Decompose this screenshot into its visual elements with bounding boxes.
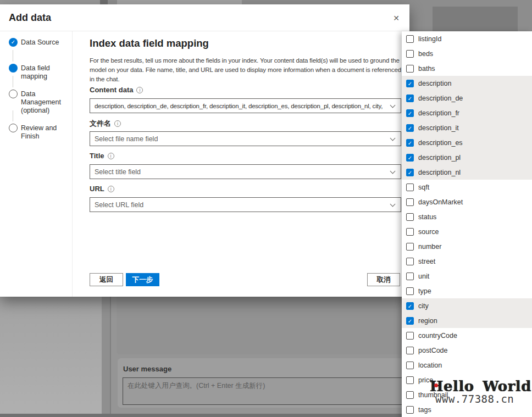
next-button[interactable]: 下一步 — [126, 273, 159, 286]
info-icon[interactable]: i — [108, 186, 114, 192]
background-chat-panel — [117, 297, 409, 354]
add-data-dialog: Add data ✕ ✓ Data Source ✓ Data field ma… — [0, 4, 409, 297]
field-option-row[interactable]: ✓ listingId — [402, 31, 532, 46]
field-option-checkbox[interactable]: ✓ — [406, 287, 414, 295]
field-option-checkbox[interactable]: ✓ — [406, 362, 414, 369]
field-option-checkbox[interactable]: ✓ — [406, 228, 414, 236]
field-option-checkbox[interactable]: ✓ — [406, 124, 414, 132]
field-option-label: daysOnMarket — [418, 198, 463, 206]
field-option-checkbox[interactable]: ✓ — [406, 109, 414, 117]
field-option-row[interactable]: ✓ status — [402, 209, 532, 224]
field-option-checkbox[interactable]: ✓ — [406, 302, 414, 310]
info-icon[interactable]: i — [136, 87, 143, 93]
field-option-checkbox[interactable]: ✓ — [406, 80, 414, 87]
field-option-checkbox[interactable]: ✓ — [406, 94, 414, 102]
field-option-checkbox[interactable]: ✓ — [406, 317, 414, 325]
field-option-row[interactable]: ✓ description_fr — [402, 105, 532, 120]
field-option-row[interactable]: ✓ beds — [402, 46, 532, 61]
step-upcoming-icon: ✓ — [9, 90, 18, 98]
field-option-label: countryCode — [418, 332, 457, 340]
step-review-and-finish[interactable]: ✓ Review and Finish — [0, 124, 71, 141]
wizard-step-nav: ✓ Data Source ✓ Data field mapping ✓ Dat… — [0, 31, 73, 297]
file-name-placeholder: Select file name field — [95, 135, 158, 143]
field-option-label: unit — [418, 273, 429, 280]
field-option-row[interactable]: ✓ countryCode — [402, 328, 532, 343]
background-left-panel — [0, 297, 102, 417]
field-option-checkbox[interactable]: ✓ — [406, 139, 414, 147]
step-current-icon: ✓ — [9, 64, 18, 73]
field-option-checkbox[interactable]: ✓ — [406, 243, 414, 251]
url-select[interactable]: Select URL field — [90, 197, 401, 212]
chevron-down-icon — [390, 169, 396, 174]
field-option-row[interactable]: ✓ unit — [402, 269, 532, 283]
content-data-select[interactable]: description, description_de, description… — [90, 98, 401, 113]
field-option-label: type — [418, 287, 431, 295]
field-option-checkbox[interactable]: ✓ — [406, 213, 414, 221]
chevron-down-icon — [390, 202, 396, 207]
field-option-row[interactable]: ✓ sqft — [402, 180, 532, 194]
field-option-checkbox[interactable]: ✓ — [406, 50, 414, 58]
file-name-label: 文件名 i — [90, 119, 121, 129]
field-option-row[interactable]: ✓ postCode — [402, 343, 532, 358]
field-option-row[interactable]: ✓ source — [402, 224, 532, 239]
field-option-row[interactable]: ✓ city — [402, 298, 532, 313]
field-option-checkbox[interactable]: ✓ — [406, 198, 414, 206]
field-option-row[interactable]: ✓ type — [402, 283, 532, 298]
field-option-row[interactable]: ✓ region — [402, 313, 532, 328]
field-option-checkbox[interactable]: ✓ — [406, 332, 414, 340]
field-option-row[interactable]: ✓ description_de — [402, 91, 532, 105]
file-name-select[interactable]: Select file name field — [90, 131, 401, 146]
step-completed-icon: ✓ — [9, 38, 18, 47]
cancel-button[interactable]: 取消 — [367, 273, 400, 286]
title-select[interactable]: Select title field — [90, 164, 401, 179]
back-button[interactable]: 返回 — [90, 273, 123, 286]
field-option-label: location — [418, 362, 442, 369]
field-option-label: postCode — [418, 347, 448, 354]
field-option-checkbox[interactable]: ✓ — [406, 347, 414, 354]
field-option-row[interactable]: ✓ description_nl — [402, 165, 532, 180]
field-option-label: thumbnail — [418, 391, 448, 399]
dialog-title: Add data — [9, 4, 51, 31]
field-option-row[interactable]: ✓ thumbnail — [402, 387, 532, 402]
field-option-row[interactable]: ✓ baths — [402, 61, 532, 76]
field-option-row[interactable]: ✓ location — [402, 358, 532, 372]
field-option-row[interactable]: ✓ price — [402, 372, 532, 387]
field-option-checkbox[interactable]: ✓ — [406, 273, 414, 280]
step-data-field-mapping[interactable]: ✓ Data field mapping — [0, 64, 71, 81]
field-option-label: source — [418, 228, 439, 236]
user-message-textarea: 在此处键入用户查询。(Ctrl + Enter 生成新行) — [123, 377, 405, 405]
field-option-label: description_de — [418, 94, 463, 102]
field-option-checkbox[interactable]: ✓ — [406, 258, 414, 265]
field-option-label: baths — [418, 65, 435, 73]
field-option-row[interactable]: ✓ description — [402, 76, 532, 91]
field-option-label: description_fr — [418, 109, 459, 117]
field-option-row[interactable]: ✓ number — [402, 239, 532, 254]
close-button[interactable]: ✕ — [390, 12, 403, 25]
field-option-checkbox[interactable]: ✓ — [406, 154, 414, 162]
field-option-checkbox[interactable]: ✓ — [406, 35, 414, 43]
field-option-label: description_it — [418, 124, 459, 132]
step-data-source[interactable]: ✓ Data Source — [0, 38, 71, 47]
field-option-checkbox[interactable]: ✓ — [406, 184, 414, 191]
field-option-row[interactable]: ✓ tags — [402, 402, 532, 417]
field-option-row[interactable]: ✓ street — [402, 254, 532, 269]
field-option-checkbox[interactable]: ✓ — [406, 406, 414, 414]
step-data-management[interactable]: ✓ Data Management (optional) — [0, 90, 71, 115]
info-icon[interactable]: i — [108, 153, 114, 159]
field-option-checkbox[interactable]: ✓ — [406, 169, 414, 176]
field-options-list[interactable]: ✓ listingId ✓ beds ✓ baths ✓ description… — [402, 31, 532, 417]
field-option-checkbox[interactable]: ✓ — [406, 65, 414, 73]
field-option-row[interactable]: ✓ description_it — [402, 120, 532, 135]
field-option-row[interactable]: ✓ description_es — [402, 135, 532, 150]
field-option-label: status — [418, 213, 436, 221]
user-message-label: User message — [123, 365, 171, 373]
field-option-label: city — [418, 302, 429, 310]
step-upcoming-icon: ✓ — [9, 124, 18, 132]
field-option-row[interactable]: ✓ daysOnMarket — [402, 194, 532, 209]
field-option-row[interactable]: ✓ description_pl — [402, 150, 532, 165]
background-top-strip-light — [117, 0, 242, 4]
field-option-checkbox[interactable]: ✓ — [406, 391, 414, 399]
info-icon[interactable]: i — [114, 120, 121, 127]
field-option-checkbox[interactable]: ✓ — [406, 376, 414, 384]
step-connector — [13, 110, 13, 121]
